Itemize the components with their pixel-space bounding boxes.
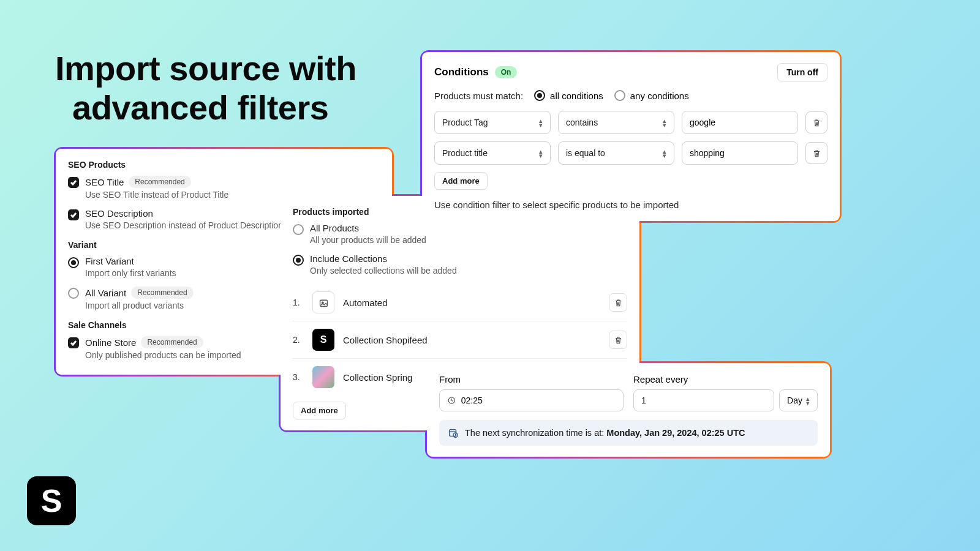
conditions-panel: Conditions On Turn off Products must mat… [420, 50, 842, 223]
seo-section-title: SEO Products [68, 160, 380, 170]
clock-icon [447, 395, 456, 405]
chevron-updown-icon: ▴▾ [539, 119, 543, 127]
seo-title-label: SEO Title [85, 177, 124, 187]
collection-thumb-icon [312, 366, 334, 388]
conditions-title: Conditions [434, 66, 489, 78]
first-variant-label: First Variant [85, 256, 134, 266]
online-store-label: Online Store [85, 337, 136, 348]
collection-thumb-icon: S [312, 329, 334, 351]
app-logo: S [27, 476, 76, 525]
condition-row: Product Tag ▴▾ contains ▴▾ [434, 111, 827, 134]
first-variant-radio[interactable] [68, 257, 79, 268]
condition-field-select[interactable]: Product title ▴▾ [434, 141, 551, 165]
schedule-panel: From Repeat every Day ▴▾ The next synchr… [425, 361, 832, 459]
include-collections-label: Include Collections [310, 253, 387, 264]
all-products-radio[interactable] [293, 224, 304, 235]
condition-operator-select[interactable]: contains ▴▾ [558, 111, 674, 134]
hero-line1: Import source with [55, 49, 356, 88]
add-more-collection-button[interactable]: Add more [293, 402, 346, 419]
recommended-badge: Recommended [129, 176, 190, 188]
repeat-value-input[interactable] [633, 389, 774, 411]
hero-line2: advanced filters [55, 88, 356, 127]
online-store-checkbox[interactable] [68, 337, 79, 348]
chevron-updown-icon: ▴▾ [539, 149, 543, 157]
recommended-badge: Recommended [131, 287, 193, 299]
all-conditions-label: all conditions [550, 91, 603, 101]
delete-collection-button[interactable] [609, 331, 627, 349]
recommended-badge: Recommended [141, 336, 203, 348]
condition-field-select[interactable]: Product Tag ▴▾ [434, 111, 551, 134]
calendar-clock-icon [448, 427, 459, 438]
repeat-unit-select[interactable]: Day ▴▾ [779, 389, 818, 411]
chevron-updown-icon: ▴▾ [806, 397, 810, 405]
condition-value-input[interactable] [682, 141, 798, 165]
from-label: From [439, 374, 624, 384]
conditions-status-badge: On [495, 66, 518, 78]
any-conditions-label: any conditions [630, 91, 689, 101]
collection-name: Collection Shopifeed [343, 335, 600, 345]
delete-condition-button[interactable] [805, 111, 827, 133]
match-label: Products must match: [434, 91, 523, 101]
include-collections-radio[interactable] [293, 255, 304, 266]
next-sync-banner: The next synchronization time is at: Mon… [439, 420, 818, 446]
all-products-desc: All your products will be added [310, 235, 627, 245]
seo-desc-checkbox[interactable] [68, 209, 79, 220]
any-conditions-radio[interactable] [614, 90, 625, 101]
from-time-input[interactable] [439, 389, 624, 411]
collection-index: 1. [293, 298, 304, 307]
all-products-label: All Products [310, 223, 359, 233]
chevron-updown-icon: ▴▾ [663, 119, 666, 127]
all-conditions-radio[interactable] [534, 90, 545, 101]
condition-operator-select[interactable]: is equal to ▴▾ [558, 141, 674, 165]
hero-title: Import source with advanced filters [55, 49, 356, 128]
delete-collection-button[interactable] [609, 293, 627, 312]
include-collections-desc: Only selected collections will be added [310, 266, 627, 276]
repeat-label: Repeat every [633, 374, 818, 384]
collection-item: 1. Automated [293, 284, 627, 321]
seo-title-checkbox[interactable] [68, 177, 79, 188]
turn-off-button[interactable]: Turn off [777, 63, 827, 81]
all-variant-radio[interactable] [68, 288, 79, 299]
collection-auto-icon [312, 291, 334, 313]
seo-desc-label: SEO Description [85, 208, 153, 219]
all-variant-label: All Variant [85, 288, 126, 298]
conditions-note: Use condition filter to select specific … [434, 200, 827, 210]
collection-index: 3. [293, 372, 304, 382]
collection-item: 2. S Collection Shopifeed [293, 321, 627, 359]
next-sync-text: The next synchronization time is at: Mon… [465, 428, 745, 438]
chevron-updown-icon: ▴▾ [663, 149, 666, 157]
condition-value-input[interactable] [682, 111, 798, 134]
condition-row: Product title ▴▾ is equal to ▴▾ [434, 141, 827, 165]
delete-condition-button[interactable] [805, 142, 827, 164]
add-more-condition-button[interactable]: Add more [434, 172, 488, 190]
collection-name: Automated [343, 298, 600, 308]
collection-index: 2. [293, 335, 304, 345]
